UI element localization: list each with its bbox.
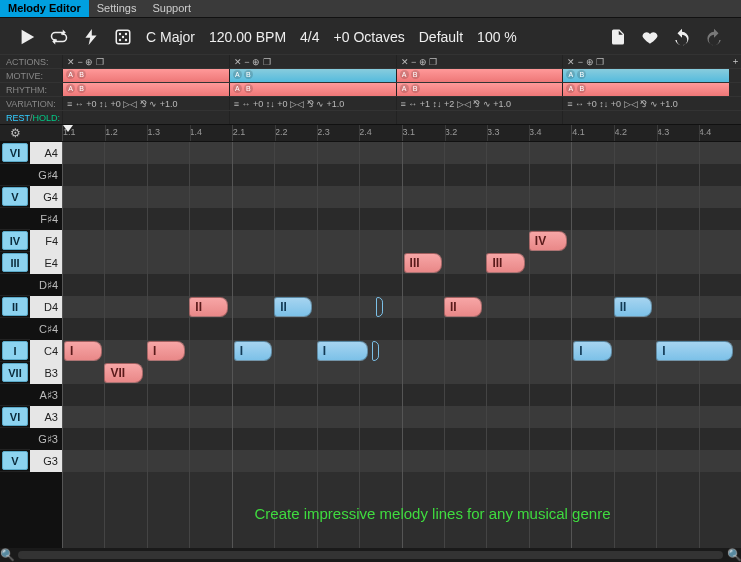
- rhythm-block[interactable]: AB: [396, 83, 563, 96]
- note-block[interactable]: III: [404, 253, 442, 273]
- key-name: D♯4: [30, 274, 62, 296]
- note-block[interactable]: [376, 297, 383, 317]
- key-name: G3: [30, 450, 62, 472]
- note-block[interactable]: I: [64, 341, 102, 361]
- piano-row[interactable]: IID4: [0, 296, 62, 318]
- key-display[interactable]: C Major: [146, 29, 195, 45]
- key-name: B3: [30, 362, 62, 384]
- note-block[interactable]: I: [317, 341, 368, 361]
- piano-row[interactable]: D♯4: [0, 274, 62, 296]
- zoom-in-icon[interactable]: 🔍: [727, 548, 741, 562]
- zoom-display[interactable]: 100 %: [477, 29, 517, 45]
- piano-row[interactable]: VG4: [0, 186, 62, 208]
- scale-degree-badge: III: [2, 253, 28, 272]
- tab-settings[interactable]: Settings: [89, 0, 145, 17]
- note-block[interactable]: II: [444, 297, 482, 317]
- scale-degree-badge: [2, 209, 28, 228]
- piano-row[interactable]: A♯3: [0, 384, 62, 406]
- piano-row[interactable]: VG3: [0, 450, 62, 472]
- note-block[interactable]: I: [147, 341, 185, 361]
- dice-icon[interactable]: [114, 28, 132, 46]
- section-actions[interactable]: ✕ − ⊕ ❐: [229, 55, 396, 68]
- svg-point-7: [125, 39, 127, 41]
- ruler-bar[interactable]: 2.12.22.32.4: [232, 125, 402, 141]
- note-block[interactable]: I: [234, 341, 272, 361]
- piano-keyboard[interactable]: VIA4G♯4VG4F♯4IVF4IIIE4D♯4IID4C♯4IC4VIIB3…: [0, 142, 62, 548]
- note-block[interactable]: [372, 341, 379, 361]
- section-actions[interactable]: ✕ − ⊕ ❐: [562, 55, 729, 68]
- ruler-bar[interactable]: 1.11.21.31.4: [62, 125, 232, 141]
- key-name: D4: [30, 296, 62, 318]
- section-actions[interactable]: ✕ − ⊕ ❐: [62, 55, 229, 68]
- bolt-icon[interactable]: [82, 28, 100, 46]
- note-grid[interactable]: IVIIIIIIIIIIIIIIIIIIVIIII Create impress…: [62, 142, 741, 548]
- tempo-display[interactable]: 120.00 BPM: [209, 29, 286, 45]
- ruler-bar[interactable]: 3.13.23.33.4: [402, 125, 572, 141]
- new-file-icon[interactable]: [609, 28, 627, 46]
- svg-point-6: [119, 39, 121, 41]
- piano-row[interactable]: VIA4: [0, 142, 62, 164]
- scale-degree-badge: [2, 165, 28, 184]
- piano-row[interactable]: G♯3: [0, 428, 62, 450]
- scale-degree-badge: V: [2, 451, 28, 470]
- note-block[interactable]: II: [274, 297, 312, 317]
- tab-support[interactable]: Support: [144, 0, 199, 17]
- scale-degree-badge: II: [2, 297, 28, 316]
- svg-marker-1: [85, 29, 96, 45]
- note-block[interactable]: II: [189, 297, 227, 317]
- zoom-out-icon[interactable]: 🔍: [0, 548, 14, 562]
- piano-row[interactable]: G♯4: [0, 164, 62, 186]
- piano-row[interactable]: IIIE4: [0, 252, 62, 274]
- scale-degree-badge: [2, 275, 28, 294]
- preset-display[interactable]: Default: [419, 29, 463, 45]
- play-icon[interactable]: [18, 28, 36, 46]
- timeline-ruler[interactable]: 1.11.21.31.42.12.22.32.43.13.23.33.44.14…: [62, 125, 741, 141]
- variation-block[interactable]: ≡ ↔ +0 ↕↓ +0 ▷◁ ⅋ ∿ +1.0: [62, 97, 229, 110]
- gear-icon[interactable]: ⚙: [6, 124, 24, 142]
- scale-degree-badge: VI: [2, 407, 28, 426]
- variation-label: VARIATION:: [0, 99, 62, 109]
- variation-block[interactable]: ≡ ↔ +0 ↕↓ +0 ▷◁ ⅋ ∿ +1.0: [229, 97, 396, 110]
- motive-block[interactable]: AB: [562, 69, 729, 82]
- key-name: C♯4: [30, 318, 62, 340]
- heart-icon[interactable]: [641, 28, 659, 46]
- motive-block[interactable]: AB: [396, 69, 563, 82]
- key-name: A♯3: [30, 384, 62, 406]
- piano-row[interactable]: IC4: [0, 340, 62, 362]
- rhythm-block[interactable]: AB: [62, 83, 229, 96]
- motive-block[interactable]: AB: [229, 69, 396, 82]
- actions-label: ACTIONS:: [0, 57, 62, 67]
- note-block[interactable]: VII: [104, 363, 142, 383]
- motive-label: MOTIVE:: [0, 71, 62, 81]
- piano-row[interactable]: IVF4: [0, 230, 62, 252]
- motive-block[interactable]: AB: [62, 69, 229, 82]
- transport-toolbar: C Major 120.00 BPM 4/4 +0 Octaves Defaul…: [0, 18, 741, 54]
- rhythm-block[interactable]: AB: [229, 83, 396, 96]
- loop-icon[interactable]: [50, 28, 68, 46]
- piano-row[interactable]: VIIB3: [0, 362, 62, 384]
- note-block[interactable]: I: [656, 341, 732, 361]
- ruler-bar[interactable]: 4.14.24.34.4: [571, 125, 741, 141]
- octave-display[interactable]: +0 Octaves: [334, 29, 405, 45]
- section-actions[interactable]: ✕ − ⊕ ❐: [396, 55, 563, 68]
- note-block[interactable]: IV: [529, 231, 567, 251]
- piano-row[interactable]: C♯4: [0, 318, 62, 340]
- tab-melody-editor[interactable]: Melody Editor: [0, 0, 89, 17]
- timesig-display[interactable]: 4/4: [300, 29, 319, 45]
- key-name: F4: [30, 230, 62, 252]
- undo-icon[interactable]: [673, 28, 691, 46]
- redo-icon[interactable]: [705, 28, 723, 46]
- variation-block[interactable]: ≡ ↔ +0 ↕↓ +0 ▷◁ ⅋ ∿ +1.0: [562, 97, 729, 110]
- note-block[interactable]: II: [614, 297, 652, 317]
- add-section-button[interactable]: ＋: [729, 55, 741, 68]
- scale-degree-badge: [2, 319, 28, 338]
- section-strips: ACTIONS: ✕ − ⊕ ❐✕ − ⊕ ❐✕ − ⊕ ❐✕ − ⊕ ❐ ＋ …: [0, 54, 741, 124]
- key-name: C4: [30, 340, 62, 362]
- variation-block[interactable]: ≡ ↔ +1 ↕↓ +2 ▷◁ ⅋ ∿ +1.0: [396, 97, 563, 110]
- rhythm-block[interactable]: AB: [562, 83, 729, 96]
- piano-row[interactable]: F♯4: [0, 208, 62, 230]
- note-block[interactable]: I: [573, 341, 611, 361]
- piano-row[interactable]: VIA3: [0, 406, 62, 428]
- horizontal-scrollbar[interactable]: 🔍 🔍: [0, 548, 741, 562]
- note-block[interactable]: III: [486, 253, 524, 273]
